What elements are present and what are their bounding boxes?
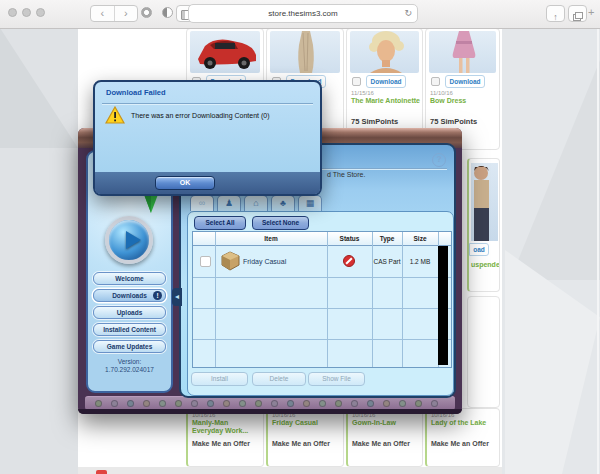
table-header: Item Status Type Size (193, 232, 451, 246)
product-title-link[interactable]: Bow Dress (430, 97, 497, 105)
decor-dot (367, 400, 374, 407)
download-checkbox[interactable] (352, 77, 361, 86)
select-all-button[interactable]: Select All (194, 216, 246, 230)
column-header-type: Type (372, 232, 402, 245)
sidebar-item-uploads[interactable]: Uploads (93, 306, 166, 319)
product-image-car (190, 31, 260, 73)
decor-dot (159, 400, 166, 407)
product-image-figure (471, 163, 498, 241)
make-offer-link[interactable]: Make Me an Offer (272, 440, 330, 447)
item-name: Friday Casual (243, 246, 286, 277)
product-card[interactable]: 10/16/16 Manly-Man Everyday Work... Make… (186, 408, 264, 467)
download-button[interactable]: Download (366, 75, 406, 88)
delete-button[interactable]: Delete (252, 372, 306, 386)
row-checkbox[interactable] (200, 256, 211, 267)
show-file-button[interactable]: Show File (308, 372, 365, 386)
sidebar-item-game-updates[interactable]: Game Updates (93, 340, 166, 353)
product-date: 11/10/16 (430, 90, 453, 96)
product-image-dress (270, 31, 340, 73)
product-title-link[interactable]: Manly-Man Everyday Work... (192, 419, 261, 434)
product-title-link[interactable]: Lady of the Lake (431, 419, 497, 427)
collapse-arrow-icon[interactable]: ◂ (172, 288, 182, 306)
make-offer-link[interactable]: Make Me an Offer (352, 440, 410, 447)
screen: { "browser": { "url": "store.thesims3.co… (0, 0, 600, 474)
forward-button[interactable]: › (114, 6, 138, 21)
tab-lots[interactable]: ⌂ (244, 195, 268, 211)
version-number: 1.70.292.024017 (88, 366, 171, 373)
decor-dot (319, 400, 326, 407)
download-button[interactable]: Download (445, 75, 485, 88)
share-button[interactable]: ↑ (546, 5, 565, 22)
make-offer-link[interactable]: Make Me an Offer (431, 440, 489, 447)
help-icon[interactable]: ? (432, 153, 446, 167)
minimize-window-button[interactable] (22, 8, 31, 17)
browser-toolbar: ‹ › store.thesims3.com ↻ ↑ + (0, 0, 600, 29)
product-card[interactable]: 10/16/16 Gown-In-Law Make Me an Offer (346, 408, 423, 467)
sidebar-item-installed-content[interactable]: Installed Content (93, 323, 166, 336)
back-button[interactable]: ‹ (91, 6, 114, 21)
select-none-button[interactable]: Select None (252, 216, 309, 230)
play-button[interactable] (105, 216, 153, 264)
play-icon (126, 231, 141, 249)
product-title-link[interactable]: Gown-In-Law (352, 419, 420, 427)
new-tab-icon[interactable]: + (588, 6, 594, 18)
dialog-footer: OK (95, 172, 320, 194)
page-scroll-edge[interactable] (597, 28, 599, 474)
column-header-item: Item (215, 232, 327, 245)
dialog-message: There was an error Downloading Content (… (131, 112, 270, 119)
product-title-partial[interactable]: uspenders (471, 261, 497, 269)
download-checkbox[interactable] (431, 77, 440, 86)
tab-patterns[interactable]: ▦ (298, 195, 322, 211)
decor-dot (175, 400, 182, 407)
decor-dot (143, 400, 150, 407)
product-image-sim-head (350, 31, 419, 73)
url-field[interactable]: store.thesims3.com ↻ (188, 4, 418, 23)
product-title-link[interactable]: The Marie Antoinette (351, 97, 420, 105)
zoom-window-button[interactable] (36, 8, 45, 17)
download-failed-dialog: Download Failed There was an error Downl… (93, 80, 322, 196)
product-image-pink-dress (429, 31, 496, 73)
ok-button[interactable]: OK (155, 176, 215, 190)
product-title-link[interactable]: Friday Casual (272, 419, 341, 427)
decor-dot (287, 400, 294, 407)
column-header-status: Status (327, 232, 372, 245)
close-window-button[interactable] (8, 8, 17, 17)
download-button-partial[interactable]: oad (469, 243, 489, 256)
show-tabs-button[interactable] (568, 5, 587, 22)
launcher-decor-bar (85, 396, 455, 410)
product-card[interactable]: 10/16/16 Friday Casual Make Me an Offer (266, 408, 344, 467)
downloads-table: Item Status Type Size (192, 231, 452, 368)
page-footer-logo (96, 470, 107, 474)
product-card[interactable]: 10/16/16 Lady of the Lake Make Me an Off… (425, 408, 500, 467)
decor-dot (127, 400, 134, 407)
make-offer-link[interactable]: Make Me an Offer (192, 440, 250, 447)
decor-dot (351, 400, 358, 407)
install-button[interactable]: Install (191, 372, 248, 386)
share-icon: ↑ (553, 12, 558, 22)
decor-dot (95, 400, 102, 407)
error-icon (343, 255, 355, 267)
tab-objects[interactable]: ♣ (271, 195, 295, 211)
table-row-empty[interactable] (193, 308, 451, 339)
version-label: Version: (88, 358, 171, 365)
sidebar-item-downloads[interactable]: Downloads ! (93, 289, 166, 302)
product-card-partial[interactable]: oad uspenders (467, 158, 500, 292)
column-header-size: Size (402, 232, 438, 245)
table-row-empty[interactable] (193, 339, 451, 367)
privacy-icon[interactable] (162, 7, 173, 18)
downloads-panel: Select All Select None Item Status Type … (187, 211, 454, 396)
tab-sims[interactable]: ♟ (217, 195, 241, 211)
page-footer-strip (78, 467, 502, 474)
tab-all[interactable]: ∞ (190, 195, 214, 211)
reload-icon[interactable]: ↻ (404, 5, 412, 22)
package-icon (221, 251, 240, 275)
decor-dot (383, 400, 390, 407)
table-scrollbar[interactable] (438, 246, 448, 365)
decor-dot (111, 400, 118, 407)
decor-dot (191, 400, 198, 407)
table-row-empty[interactable] (193, 277, 451, 308)
product-date: 11/15/16 (351, 90, 374, 96)
sidebar-item-welcome[interactable]: Welcome (93, 272, 166, 285)
shield-icon[interactable] (141, 7, 152, 18)
warning-icon (105, 106, 125, 128)
